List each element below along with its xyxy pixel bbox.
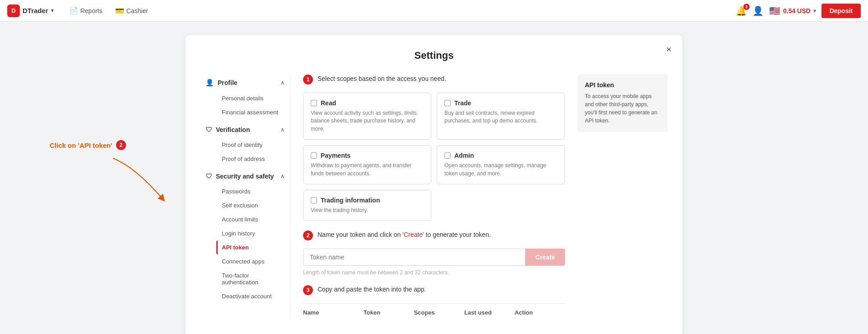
sidebar-item-financial-assessment[interactable]: Financial assessment [216,105,290,119]
sidebar-item-login-history[interactable]: Login history [216,226,290,240]
verification-icon: 🛡 [205,126,212,133]
security-icon: 🛡 [205,172,212,180]
sidebar-item-passwords[interactable]: Passwords [216,184,290,198]
scope-card-admin[interactable]: Admin Open accounts, manage settings, ma… [437,145,565,184]
sidebar-section-security: 🛡 Security and safety ∧ Passwords Self e… [200,168,290,303]
deposit-button[interactable]: Deposit [821,4,861,18]
sidebar-section-verification: 🛡 Verification ∧ Proof of identity Proof… [200,121,290,166]
sidebar-item-two-factor[interactable]: Two-factor authentication [216,268,290,289]
table-col-last-used: Last used [464,309,515,316]
table-col-token: Token [364,309,414,316]
scope-card-trade[interactable]: Trade Buy and sell contracts, renew expi… [437,93,565,140]
scope-admin-desc: Open accounts, manage settings, manage t… [444,162,557,178]
brand-logo[interactable]: D DTrader ▾ [7,5,54,17]
scope-admin-label: Admin [454,152,474,159]
scope-admin-header: Admin [444,152,557,159]
scope-card-trading-information[interactable]: Trading information View the trading his… [303,190,431,221]
scope-trading-info-checkbox[interactable] [311,197,317,203]
scope-read-label: Read [321,99,336,107]
scope-trading-info-desc: View the trading history. [311,207,424,214]
reports-nav-link[interactable]: 📄 Reports [65,0,107,22]
sidebar-verification-label: Verification [216,126,250,133]
cashier-icon: 💳 [115,6,124,15]
step3-text: Copy and paste the token into the app. [317,285,426,293]
main-container: Settings × 👤 Profile ∧ Personal details … [0,22,868,334]
content-grid: 👤 Profile ∧ Personal details Financial a… [200,74,668,320]
sidebar-item-api-token[interactable]: API token [216,240,290,254]
reports-icon: 📄 [69,6,78,15]
cashier-nav-link[interactable]: 💳 Cashier [111,0,153,22]
step1-row: 1 Select scopes based on the access you … [303,74,565,85]
scope-trade-header: Trade [444,99,557,107]
main-content: 1 Select scopes based on the access you … [290,74,578,320]
sidebar-header-verification[interactable]: 🛡 Verification ∧ [200,121,290,138]
profile-chevron-icon: ∧ [280,80,285,86]
step1-text: Select scopes based on the access you ne… [317,74,446,82]
brand-chevron-icon: ▾ [51,8,54,14]
scope-payments-checkbox[interactable] [311,152,317,159]
scope-card-payments[interactable]: Payments Withdraw to payment agents, and… [303,145,431,184]
sidebar-profile-subitems: Personal details Financial assessment [200,91,290,119]
verification-chevron-icon: ∧ [280,127,285,133]
topnav: D DTrader ▾ 📄 Reports 💳 Cashier 🔔 2 👤 🇺🇸… [0,0,868,22]
sidebar-item-account-limits[interactable]: Account limits [216,212,290,226]
sidebar-item-proof-identity[interactable]: Proof of identity [216,138,290,152]
scope-admin-checkbox[interactable] [444,152,451,159]
scope-trade-checkbox[interactable] [444,100,451,106]
sidebar-item-personal-details[interactable]: Personal details [216,91,290,105]
sidebar-item-proof-address[interactable]: Proof of address [216,152,290,166]
scope-trade-label: Trade [454,99,471,107]
sidebar-header-security[interactable]: 🛡 Security and safety ∧ [200,168,290,184]
notifications-badge: 2 [743,4,750,10]
balance-area[interactable]: 🇺🇸 0.54 USD ▾ [769,5,816,16]
step2-badge: 2 [303,231,313,240]
sidebar-profile-label: Profile [218,79,238,86]
scope-read-checkbox[interactable] [311,100,317,106]
create-token-button[interactable]: Create [525,249,565,266]
step1-badge: 1 [303,75,313,85]
settings-title: Settings [200,50,668,61]
sidebar-item-self-exclusion[interactable]: Self exclusion [216,198,290,212]
sidebar-item-connected-apps[interactable]: Connected apps [216,254,290,268]
token-name-input[interactable] [303,249,525,266]
brand-name: DTrader [23,7,48,14]
scope-read-header: Read [311,99,424,107]
sidebar-section-profile: 👤 Profile ∧ Personal details Financial a… [200,74,290,119]
profile-icon: 👤 [205,79,214,87]
sidebar-security-label: Security and safety [216,173,274,180]
scope-payments-header: Payments [311,152,424,159]
sidebar-item-deactivate-account[interactable]: Deactivate account [216,289,290,303]
step3-row: 3 Copy and paste the token into the app. [303,285,565,295]
table-col-action: Action [514,309,565,316]
table-header-row: Name Token Scopes Last used Action [303,303,565,320]
nav-links: 📄 Reports 💳 Cashier [65,0,153,22]
reports-label: Reports [80,7,103,14]
security-chevron-icon: ∧ [280,173,285,179]
api-token-info-box: API token To access your mobile apps and… [578,74,668,132]
step3-badge: 3 [303,285,313,295]
cashier-label: Cashier [126,7,148,14]
scope-card-read[interactable]: Read View account activity such as setti… [303,93,431,140]
step2-link[interactable]: 'Create' [402,231,424,238]
scope-payments-label: Payments [321,152,350,159]
sidebar: 👤 Profile ∧ Personal details Financial a… [200,74,290,320]
close-button[interactable]: × [666,44,672,55]
topnav-right: 🔔 2 👤 🇺🇸 0.54 USD ▾ Deposit [736,4,861,18]
balance-chevron-icon: ▾ [813,8,816,14]
table-col-scopes: Scopes [414,309,464,316]
scope-trading-info-label: Trading information [321,197,380,204]
flag-icon: 🇺🇸 [769,5,780,16]
scope-payments-desc: Withdraw to payment agents, and transfer… [311,162,424,178]
brand-icon: D [7,5,20,17]
scope-grid: Read View account activity such as setti… [303,93,565,221]
api-token-box-title: API token [585,81,661,89]
notifications-button[interactable]: 🔔 2 [736,5,747,16]
sidebar-header-profile[interactable]: 👤 Profile ∧ [200,74,290,91]
profile-button[interactable]: 👤 [752,5,764,16]
table-col-name: Name [303,309,364,316]
sidebar-verification-subitems: Proof of identity Proof of address [200,138,290,166]
token-hint: Length of token name must be between 2 a… [303,269,565,276]
step2-text: Name your token and click on 'Create' to… [317,230,491,238]
scope-read-desc: View account activity such as settings, … [311,109,424,133]
token-input-row: Create [303,249,565,266]
